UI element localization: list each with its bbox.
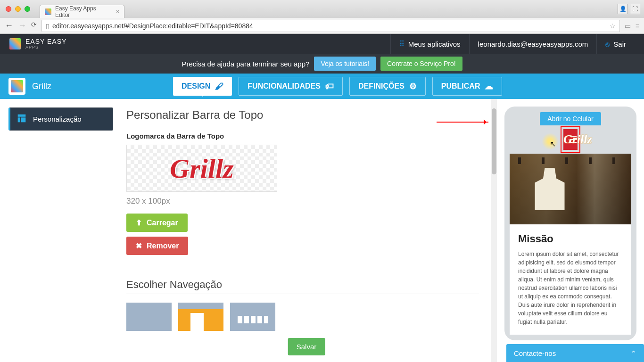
user-email-label: leonardo.dias@easyeasyapps.com	[478, 40, 588, 48]
window-minimize[interactable]	[15, 6, 21, 12]
preview-brand: Grillz	[563, 132, 578, 147]
window-close[interactable]	[6, 6, 11, 12]
logo-section-label: Logomarca da Barra de Topo	[126, 132, 479, 140]
nav-back-icon[interactable]: ←	[5, 21, 13, 31]
window-controls	[6, 6, 30, 12]
logo-preview: Grillz	[126, 145, 277, 192]
nav-options	[126, 303, 479, 331]
divider	[126, 294, 479, 294]
banner-prompt: Precisa de ajuda para terminar seu app?	[182, 60, 309, 68]
scrollbar[interactable]	[491, 99, 497, 362]
chevron-up-icon: ⌄	[630, 349, 636, 357]
tab-design-label: DESIGN	[182, 82, 210, 90]
tab-publish-label: PUBLICAR	[441, 82, 480, 90]
page-icon: ▯	[46, 22, 50, 30]
url-text: editor.easyeasyapps.net/#DesignPlace:edi…	[52, 22, 253, 30]
logout-link[interactable]: ⎋ Sair	[596, 34, 635, 54]
layout-icon	[17, 114, 26, 124]
tab-features[interactable]: FUNCIONALIDADES 🏷	[239, 77, 343, 96]
preview-mission-heading: Missão	[518, 233, 623, 245]
save-button[interactable]: Salvar	[288, 338, 325, 355]
brand-logo[interactable]: EASY EASY APPS	[9, 38, 66, 49]
preview-screen: Missão Lorem ipsum dolor sit amet, conse…	[510, 154, 631, 335]
upload-button[interactable]: ⬆ Carregar	[126, 214, 188, 232]
nav-option-3[interactable]	[230, 303, 275, 331]
dimensions-label: 320 x 100px	[126, 197, 479, 206]
logout-label: Sair	[613, 40, 626, 48]
logout-icon: ⎋	[605, 40, 610, 48]
tag-icon: 🏷	[325, 82, 334, 91]
annotation-highlight: ☰ Grillz ↖	[561, 126, 580, 153]
brand-logo-icon	[9, 38, 21, 49]
phone-frame: Abrir no Celular ☰ Grillz ↖ Missão Lorem…	[504, 107, 636, 340]
brand-sub: APPS	[25, 45, 66, 49]
app-name: Grillz	[32, 82, 51, 91]
content-panel: Personalizar Barra de Topo Logomarca da …	[122, 99, 491, 362]
menu-icon[interactable]: ≡	[636, 22, 639, 30]
svg-rect-1	[18, 117, 20, 122]
tab-settings-label: DEFINIÇÕES	[358, 82, 405, 90]
browser-user-icon[interactable]: 👤	[618, 4, 628, 14]
tab-title: Easy Easy Apps Editor	[55, 5, 112, 18]
tab-design[interactable]: DESIGN 🖌	[173, 77, 232, 96]
tab-favicon	[45, 8, 51, 15]
brand-name: EASY EASY	[25, 38, 66, 45]
tab-close-icon[interactable]: ×	[116, 8, 119, 15]
upload-label: Carregar	[147, 219, 178, 227]
svg-rect-0	[18, 115, 26, 117]
remove-icon: ✖	[136, 241, 142, 250]
editor-toolbar: Grillz DESIGN 🖌 FUNCIONALIDADES 🏷 DEFINI…	[0, 74, 644, 99]
cloud-upload-icon: ☁	[485, 81, 493, 91]
address-bar-row: ← → ⟳ ▯ editor.easyeasyapps.net/#DesignP…	[0, 18, 644, 34]
hire-pro-button[interactable]: Contrate o Serviço Pro!	[380, 57, 462, 71]
sidebar-item-personalization[interactable]: Personalização	[8, 107, 113, 131]
app-header: EASY EASY APPS ⠿ Meus aplicativos leonar…	[0, 34, 644, 54]
annotation-arrow	[437, 122, 488, 123]
help-banner: Precisa de ajuda para terminar seu app? …	[0, 54, 644, 74]
devices-icon[interactable]: ▭	[625, 22, 631, 30]
browser-tab-strip: Easy Easy Apps Editor × 👤 ⛶	[0, 0, 644, 18]
brush-icon: 🖌	[215, 82, 223, 91]
tab-publish[interactable]: PUBLICAR ☁	[432, 77, 503, 96]
scrollbar-thumb[interactable]	[492, 108, 496, 174]
tutorials-button[interactable]: Veja os tutoriais!	[314, 57, 376, 71]
my-apps-label: Meus aplicativos	[408, 40, 461, 48]
logo-text: Grillz	[170, 153, 233, 184]
app-icon[interactable]	[8, 78, 25, 95]
tab-settings[interactable]: DEFINIÇÕES ⚙	[349, 77, 426, 96]
page-title: Personalizar Barra de Topo	[126, 108, 479, 122]
nav-forward-icon[interactable]: →	[18, 21, 26, 31]
preview-topbar: ☰ Grillz ↖	[563, 129, 578, 150]
nav-reload-icon[interactable]: ⟳	[31, 21, 37, 31]
cursor-icon: ↖	[550, 140, 556, 148]
my-apps-link[interactable]: ⠿ Meus aplicativos	[390, 34, 469, 54]
main-area: Personalização Personalizar Barra de Top…	[0, 99, 644, 362]
remove-label: Remover	[147, 242, 179, 250]
preview-mission-text: Lorem ipsum dolor sit amet, consectetur …	[518, 250, 623, 326]
nav-option-2[interactable]	[178, 303, 223, 331]
bookmark-star-icon[interactable]: ☆	[610, 22, 616, 30]
sidebar-item-label: Personalização	[33, 115, 82, 123]
nav-option-1[interactable]	[126, 303, 172, 331]
sidebar: Personalização	[0, 99, 122, 362]
preview-content: Missão Lorem ipsum dolor sit amet, conse…	[510, 224, 631, 335]
apps-grid-icon: ⠿	[399, 40, 405, 48]
contact-label: Contacte-nos	[514, 349, 556, 357]
tab-features-label: FUNCIONALIDADES	[248, 82, 321, 90]
browser-tab[interactable]: Easy Easy Apps Editor ×	[40, 5, 124, 18]
svg-rect-2	[21, 117, 25, 122]
user-email[interactable]: leonardo.dias@easyeasyapps.com	[469, 34, 597, 54]
upload-icon: ⬆	[136, 218, 142, 227]
preview-hero-image	[510, 154, 631, 224]
browser-expand-icon[interactable]: ⛶	[630, 4, 640, 14]
window-maximize[interactable]	[25, 6, 30, 12]
nav-section-title: Escolher Navegação	[126, 279, 479, 291]
address-bar[interactable]: ▯ editor.easyeasyapps.net/#DesignPlace:e…	[41, 20, 620, 32]
open-on-mobile-button[interactable]: Abrir no Celular	[540, 112, 601, 125]
contact-bar[interactable]: Contacte-nos ⌄	[506, 344, 644, 362]
preview-panel: Abrir no Celular ☰ Grillz ↖ Missão Lorem…	[497, 99, 644, 362]
gear-icon: ⚙	[409, 81, 417, 91]
remove-button[interactable]: ✖ Remover	[126, 237, 188, 255]
